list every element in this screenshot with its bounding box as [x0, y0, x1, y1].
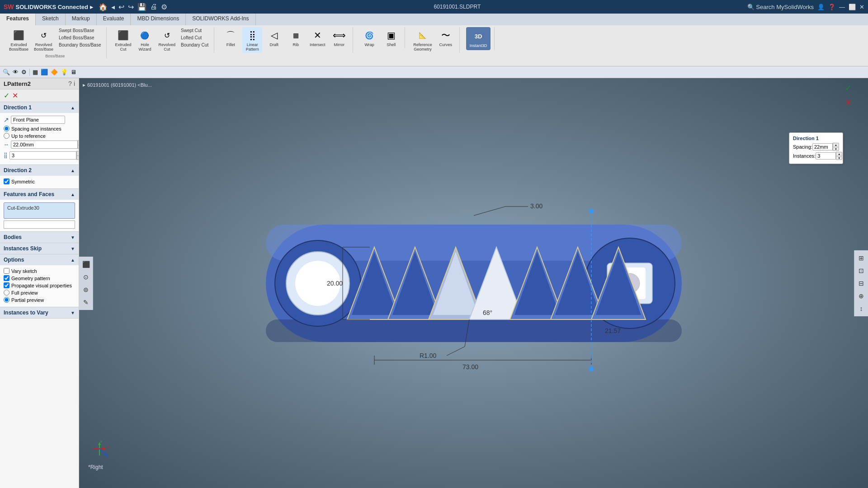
panel-info-icon[interactable]: i	[74, 80, 75, 87]
spacing-input[interactable]	[11, 141, 78, 149]
back-icon[interactable]: ◂	[111, 3, 115, 11]
view-label: *Right	[88, 464, 103, 470]
extruded-cut-btn[interactable]: ⬛ ExtrudedCut	[113, 27, 133, 53]
panel-help-icon[interactable]: ?	[68, 80, 72, 87]
spacing-instances-radio[interactable]	[4, 126, 9, 131]
feature-add-field[interactable]	[4, 221, 75, 229]
stb-icon1[interactable]: 🔍	[3, 69, 10, 75]
vl-btn4[interactable]: ✎	[80, 296, 92, 308]
view-toolbar: ⊞ ⊡ ⊟ ⊕ ↕	[854, 250, 868, 316]
redo-icon[interactable]: ↪	[128, 3, 134, 11]
stb-icon2[interactable]: 👁	[13, 69, 19, 75]
instant3d-btn[interactable]: 3D Instant3D	[466, 27, 491, 50]
callout-instances-input[interactable]	[816, 152, 836, 160]
accept-ok-btn[interactable]: ✓	[4, 91, 9, 100]
tab-addins[interactable]: SOLIDWORKS Add-Ins	[186, 14, 255, 25]
left-panel: LPattern2 ? i ✓ ✕ Direction 1 ▲ ↗	[0, 78, 79, 488]
direction2-header[interactable]: Direction 2 ▲	[0, 165, 79, 176]
stb-icon5[interactable]: 🟦	[41, 69, 48, 75]
ribbon-group-instant3d: 3D Instant3D	[462, 27, 495, 50]
shell-btn[interactable]: ▣ Shell	[381, 27, 401, 48]
symmetric-checkbox[interactable]	[4, 178, 9, 184]
view-toolbar-btn1[interactable]: ⊞	[855, 252, 867, 264]
callout-spacing-up-btn[interactable]: ▲	[833, 143, 839, 147]
revolved-cut-btn[interactable]: ↺ RevolvedCut	[156, 27, 177, 53]
instances-to-vary-header[interactable]: Instances to Vary ▼	[0, 307, 79, 318]
reference-geometry-btn[interactable]: 📐 ReferenceGeometry	[411, 27, 434, 53]
swept-boss-base-btn[interactable]: Swept Boss/Base	[57, 27, 103, 33]
swept-cut-btn[interactable]: Swept Cut	[179, 27, 210, 33]
viewer-cancel-btn[interactable]: ✕	[842, 96, 854, 109]
linear-pattern-btn[interactable]: ⣿ LinearPattern	[242, 27, 262, 53]
geometry-pattern-label: Geometry pattern	[11, 276, 50, 281]
callout-instances-down-btn[interactable]: ▼	[836, 156, 842, 160]
callout-spacing-input[interactable]	[812, 143, 833, 150]
features-faces-section: Features and Faces ▲ Cut-Extrude30	[0, 189, 79, 232]
tab-markup[interactable]: Markup	[66, 14, 97, 25]
accept-cancel-btn[interactable]: ✕	[12, 91, 18, 100]
features-faces-header[interactable]: Features and Faces ▲	[0, 189, 79, 200]
tab-sketch[interactable]: Sketch	[36, 14, 66, 25]
rib-btn[interactable]: ▦ Rib	[286, 27, 306, 53]
instances-skip-header[interactable]: Instances Skip ▼	[0, 243, 79, 254]
user-icon[interactable]: 👤	[817, 4, 825, 10]
partial-preview-radio[interactable]	[4, 297, 9, 303]
feature-list[interactable]: Cut-Extrude30	[4, 202, 75, 219]
propagate-checkbox[interactable]	[4, 282, 9, 288]
print-icon[interactable]: 🖨	[150, 3, 157, 11]
view-toolbar-btn4[interactable]: ⊕	[855, 290, 867, 302]
tab-mbd[interactable]: MBD Dimensions	[131, 14, 186, 25]
options-icon[interactable]: ⚙	[161, 3, 167, 11]
view-toolbar-btn5[interactable]: ↕	[855, 303, 867, 314]
lofted-cut-btn[interactable]: Lofted Cut	[179, 34, 210, 41]
full-preview-row: Full preview	[4, 290, 75, 296]
stb-icon6[interactable]: 🔶	[51, 69, 58, 75]
stb-icon7[interactable]: 💡	[61, 69, 68, 75]
view-toolbar-btn3[interactable]: ⊟	[855, 277, 867, 289]
stb-icon8[interactable]: 🖥	[71, 69, 76, 75]
instances-to-vary-section: Instances to Vary ▼	[0, 307, 79, 319]
view-toolbar-btn2[interactable]: ⊡	[855, 265, 867, 277]
vl-btn1[interactable]: ⬛	[80, 258, 92, 270]
curves-btn[interactable]: 〜 Curves	[436, 27, 456, 53]
callout-spacing-down-btn[interactable]: ▼	[833, 147, 839, 151]
geometry-pattern-checkbox[interactable]	[4, 275, 9, 281]
search-mysw[interactable]: 🔍 Search MySolidWorks	[747, 4, 814, 10]
direction1-header[interactable]: Direction 1 ▲	[0, 102, 79, 113]
boundary-boss-base-btn[interactable]: Boundary Boss/Base	[57, 42, 103, 48]
viewer-ok-btn[interactable]: ✓	[842, 82, 854, 94]
close-btn[interactable]: ✕	[859, 4, 864, 10]
options-header[interactable]: Options ▲	[0, 254, 79, 265]
minimize-btn[interactable]: —	[839, 4, 845, 10]
callout-instances-up-btn[interactable]: ▲	[836, 152, 842, 156]
bodies-header[interactable]: Bodies ▼	[0, 232, 79, 243]
mirror-btn[interactable]: ⟺ Mirror	[329, 27, 349, 53]
tab-evaluate[interactable]: Evaluate	[97, 14, 131, 25]
stb-icon3[interactable]: ⚙	[21, 69, 27, 75]
revolved-boss-base-btn[interactable]: ↺ RevolvedBoss/Base	[32, 27, 55, 53]
up-to-ref-radio[interactable]	[4, 133, 9, 139]
intersect-btn[interactable]: ✕ Intersect	[307, 27, 327, 53]
wrap-btn[interactable]: 🌀 Wrap	[359, 27, 379, 48]
stb-icon4[interactable]: ▦	[33, 69, 38, 75]
save-icon[interactable]: 💾	[137, 3, 146, 11]
hole-wizard-btn[interactable]: 🔵 HoleWizard	[135, 27, 155, 53]
tab-features[interactable]: Features	[0, 14, 36, 25]
lofted-boss-base-btn[interactable]: Lofted Boss/Base	[57, 34, 103, 41]
vl-btn2[interactable]: ⊙	[80, 271, 92, 283]
vary-sketch-checkbox[interactable]	[4, 268, 9, 274]
draft-btn[interactable]: ◁ Draft	[264, 27, 284, 53]
fillet-btn[interactable]: ⌒ Fillet	[221, 27, 241, 53]
help-icon[interactable]: ❓	[828, 4, 835, 10]
extruded-boss-base-btn[interactable]: ⬛ ExtrudedBoss/Base	[7, 27, 30, 53]
callout-spacing-spin-btns: ▲ ▼	[833, 143, 839, 151]
undo-icon[interactable]: ↩	[118, 3, 124, 11]
instances-input[interactable]	[9, 151, 76, 160]
boundary-cut-btn[interactable]: Boundary Cut	[179, 42, 210, 48]
home-icon[interactable]: 🏠	[99, 3, 108, 11]
restore-btn[interactable]: ⬜	[849, 4, 856, 10]
svg-text:Z: Z	[106, 454, 108, 458]
vl-btn3[interactable]: ⊚	[80, 284, 92, 296]
direction1-plane-input[interactable]	[11, 116, 65, 124]
full-preview-radio[interactable]	[4, 290, 9, 296]
